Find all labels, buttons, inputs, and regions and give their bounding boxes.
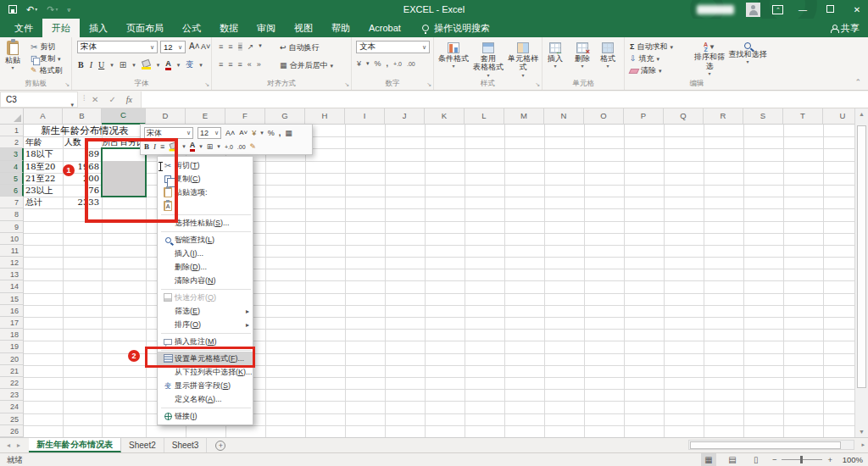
horizontal-scrollbar[interactable]: [688, 440, 854, 450]
column-header-R[interactable]: R: [704, 108, 743, 125]
number-format-select[interactable]: 文本∨: [356, 41, 430, 53]
mini-shrink-font-button[interactable]: A˅: [239, 130, 248, 136]
row-header-21[interactable]: 21: [0, 365, 24, 377]
copy-button[interactable]: 复制▾: [31, 53, 63, 64]
row-header-17[interactable]: 17: [0, 317, 24, 329]
context-menu-item-smart-lookup[interactable]: 智能查找(L): [158, 233, 253, 247]
row-header-15[interactable]: 15: [0, 293, 24, 305]
tab-insert[interactable]: 插入: [80, 19, 117, 37]
row-header-25[interactable]: 25: [0, 413, 24, 425]
cell-A5[interactable]: 21至22: [24, 173, 63, 185]
row-header-16[interactable]: 16: [0, 305, 24, 317]
scroll-up-icon[interactable]: ▲: [855, 111, 868, 117]
tab-review[interactable]: 审阅: [248, 19, 285, 37]
row-header-8[interactable]: 8: [0, 208, 24, 220]
insert-cells-button[interactable]: ← 插入▾: [548, 42, 563, 69]
tab-acrobat[interactable]: Acrobat: [359, 19, 410, 37]
fill-button[interactable]: ⇩填充▾: [630, 53, 673, 64]
new-sheet-button[interactable]: +: [215, 441, 225, 451]
row-header-18[interactable]: 18: [0, 329, 24, 341]
cell-A4[interactable]: 18至20: [24, 161, 63, 173]
zoom-in-button[interactable]: +: [827, 455, 832, 464]
row-header-12[interactable]: 12: [0, 257, 24, 269]
delete-cells-button[interactable]: × 删除▾: [575, 42, 590, 69]
font-size-select[interactable]: 12∨: [160, 41, 186, 53]
row-header-11[interactable]: 11: [0, 245, 24, 257]
ribbon-display-options-icon[interactable]: [772, 5, 783, 14]
mini-grow-font-button[interactable]: A˄: [225, 130, 235, 137]
italic-button[interactable]: I: [90, 60, 92, 69]
row-header-20[interactable]: 20: [0, 353, 24, 365]
column-header-M[interactable]: M: [504, 108, 544, 125]
borders-icon[interactable]: ⊞: [120, 60, 126, 69]
column-header-B[interactable]: B: [63, 108, 102, 125]
dialog-launcher-font[interactable]: ↘: [204, 81, 209, 87]
tab-view[interactable]: 视图: [285, 19, 322, 37]
percent-style-icon[interactable]: %: [375, 59, 381, 68]
cut-button[interactable]: ✂剪切: [31, 42, 63, 53]
increase-indent-icon[interactable]: »: [257, 60, 261, 69]
merge-center-button[interactable]: ▦合并后居中▾: [280, 60, 333, 71]
row-header-14[interactable]: 14: [0, 280, 24, 292]
scroll-down-icon[interactable]: ▼: [855, 429, 868, 435]
zoom-slider-thumb[interactable]: [800, 456, 803, 463]
mini-decrease-decimal-icon[interactable]: .00: [237, 144, 246, 150]
context-menu-item-show-phonetic[interactable]: 变显示拼音字段(S): [158, 379, 253, 392]
tab-file[interactable]: 文件: [5, 19, 42, 37]
context-menu-item-sort[interactable]: 排序(O)▸: [158, 318, 253, 331]
tab-help[interactable]: 帮助: [322, 19, 359, 37]
decrease-indent-icon[interactable]: «: [248, 60, 252, 69]
sheet-tab-3[interactable]: Sheet3: [164, 438, 208, 452]
column-header-C[interactable]: C: [102, 108, 146, 125]
context-menu-item-insert[interactable]: 插入(I)...: [158, 247, 253, 260]
accounting-format-icon[interactable]: ¥: [357, 59, 361, 68]
autosum-button[interactable]: Σ自动求和▾: [630, 42, 673, 53]
shrink-font-button[interactable]: A˅: [201, 42, 210, 51]
dialog-launcher-alignment[interactable]: ↘: [344, 81, 349, 87]
column-header-U[interactable]: U: [823, 108, 854, 125]
column-header-P[interactable]: P: [624, 108, 664, 125]
align-right-icon[interactable]: ≡: [238, 60, 242, 69]
horizontal-scroll-thumb[interactable]: [690, 441, 841, 449]
mini-font-name-select[interactable]: 宋体∨: [144, 127, 193, 139]
row-header-24[interactable]: 24: [0, 401, 24, 413]
sort-filter-button[interactable]: AZ▼ 排序和筛选▾: [691, 42, 728, 76]
row-header-7[interactable]: 7: [0, 197, 24, 208]
select-all-corner[interactable]: [0, 108, 24, 125]
row-header-1[interactable]: 1: [0, 125, 24, 136]
close-button[interactable]: ✕: [849, 5, 865, 14]
context-menu-item-clear-contents[interactable]: 清除内容(N): [158, 274, 253, 287]
mini-format-painter-icon[interactable]: ✎: [250, 143, 257, 151]
cell-A6[interactable]: 23以上: [24, 185, 63, 197]
row-header-13[interactable]: 13: [0, 269, 24, 280]
tab-formulas[interactable]: 公式: [173, 19, 210, 37]
conditional-formatting-button[interactable]: 条件格式▾: [437, 42, 470, 69]
row-header-22[interactable]: 22: [0, 377, 24, 389]
column-header-A[interactable]: A: [24, 108, 63, 125]
mini-increase-decimal-icon[interactable]: +.0: [225, 144, 233, 150]
collapse-ribbon-button[interactable]: ⌃: [854, 78, 861, 86]
zoom-slider[interactable]: [782, 459, 822, 460]
cell-A2[interactable]: 年龄: [24, 136, 63, 148]
underline-caret[interactable]: ▾: [110, 62, 114, 69]
increase-decimal-icon[interactable]: +.0: [393, 61, 402, 67]
minimize-button[interactable]: —: [795, 5, 810, 14]
row-header-10[interactable]: 10: [0, 233, 24, 245]
mini-borders-icon[interactable]: ⊞: [207, 143, 214, 151]
maximize-button[interactable]: [822, 5, 837, 14]
row-header-6[interactable]: 6: [0, 185, 24, 197]
page-break-view-button[interactable]: ▯: [748, 453, 764, 466]
dialog-launcher-styles[interactable]: ↘: [535, 81, 540, 87]
column-header-N[interactable]: N: [544, 108, 584, 125]
orientation-icon[interactable]: ↗: [248, 42, 254, 51]
user-avatar[interactable]: [746, 3, 760, 17]
underline-button[interactable]: U: [98, 60, 104, 69]
phonetic-guide-icon[interactable]: 变: [186, 59, 193, 70]
confirm-entry-icon[interactable]: ✓: [108, 95, 115, 104]
align-middle-icon[interactable]: ≡: [228, 42, 232, 51]
tell-me-search[interactable]: 操作说明搜索: [422, 19, 490, 37]
row-header-23[interactable]: 23: [0, 389, 24, 401]
cell-A3[interactable]: 18以下: [24, 148, 63, 160]
row-header-3[interactable]: 3: [0, 148, 24, 160]
zoom-level[interactable]: 100%: [841, 455, 863, 464]
